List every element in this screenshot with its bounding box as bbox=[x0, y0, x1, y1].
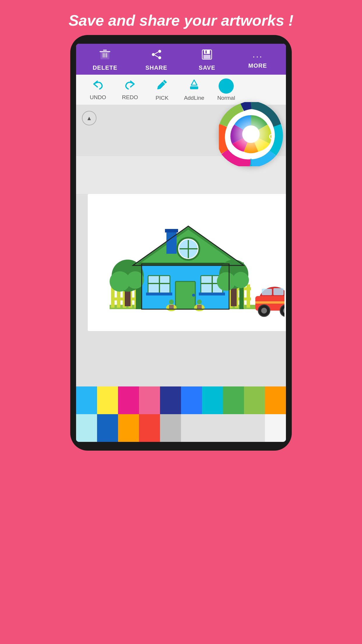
phone-screen: DELETE SHARE bbox=[76, 44, 286, 442]
save-icon bbox=[201, 49, 212, 63]
color-blue[interactable] bbox=[181, 386, 202, 414]
palette-row-1 bbox=[76, 386, 286, 414]
addline-button[interactable]: AddLine bbox=[178, 78, 210, 101]
drawing-canvas[interactable] bbox=[88, 194, 286, 331]
color-wheel-svg bbox=[219, 102, 283, 166]
page-title: Save and share your artworks ! bbox=[0, 0, 362, 35]
tools-bar: UNDO REDO bbox=[76, 75, 286, 105]
bottom-spacing bbox=[76, 337, 286, 386]
drawing-area bbox=[76, 194, 286, 337]
share-button[interactable]: SHARE bbox=[145, 49, 168, 71]
svg-rect-46 bbox=[166, 230, 177, 254]
svg-rect-62 bbox=[159, 276, 160, 293]
svg-rect-47 bbox=[165, 229, 178, 232]
pick-button[interactable]: PICK bbox=[146, 78, 178, 101]
more-icon: ··· bbox=[252, 51, 263, 62]
redo-icon bbox=[124, 79, 136, 93]
svg-line-10 bbox=[155, 55, 158, 57]
addline-label: AddLine bbox=[184, 95, 204, 101]
svg-point-58 bbox=[169, 300, 174, 304]
color-orange[interactable] bbox=[265, 386, 286, 414]
svg-rect-14 bbox=[205, 50, 207, 53]
svg-point-7 bbox=[152, 53, 155, 56]
save-button[interactable]: SAVE bbox=[195, 49, 219, 71]
svg-rect-13 bbox=[203, 55, 210, 59]
svg-point-80 bbox=[261, 308, 267, 314]
delete-label: DELETE bbox=[93, 64, 117, 71]
color-navy[interactable] bbox=[160, 386, 181, 414]
color-light-blue[interactable] bbox=[76, 414, 97, 442]
color-green[interactable] bbox=[223, 386, 244, 414]
svg-point-19 bbox=[232, 115, 270, 153]
svg-rect-78 bbox=[273, 288, 284, 295]
svg-point-8 bbox=[158, 56, 161, 59]
svg-rect-83 bbox=[255, 301, 284, 304]
svg-rect-12 bbox=[204, 50, 210, 54]
color-grey[interactable] bbox=[160, 414, 181, 442]
svg-point-59 bbox=[197, 300, 202, 304]
svg-rect-56 bbox=[169, 305, 174, 309]
color-yellow[interactable] bbox=[97, 386, 118, 414]
svg-rect-57 bbox=[197, 305, 202, 309]
color-circle bbox=[219, 78, 234, 94]
top-canvas-area: ▲ bbox=[76, 105, 286, 156]
color-magenta[interactable] bbox=[118, 386, 139, 414]
more-label: MORE bbox=[248, 62, 267, 69]
color-wheel-bg bbox=[219, 102, 283, 166]
delete-button[interactable]: DELETE bbox=[93, 49, 117, 71]
pick-icon bbox=[156, 78, 168, 94]
svg-rect-63 bbox=[146, 293, 172, 295]
color-empty1 bbox=[181, 414, 202, 442]
svg-rect-77 bbox=[262, 289, 272, 295]
share-icon bbox=[151, 49, 162, 63]
svg-rect-66 bbox=[212, 276, 213, 293]
color-empty4 bbox=[244, 414, 265, 442]
svg-point-6 bbox=[158, 50, 161, 53]
more-button[interactable]: ··· MORE bbox=[246, 51, 269, 69]
svg-rect-16 bbox=[190, 86, 198, 89]
color-red[interactable] bbox=[139, 414, 160, 442]
undo-button[interactable]: UNDO bbox=[82, 79, 114, 101]
svg-point-74 bbox=[217, 272, 236, 291]
pick-label: PICK bbox=[156, 95, 168, 101]
svg-point-75 bbox=[233, 272, 249, 288]
save-label: SAVE bbox=[199, 64, 215, 71]
color-teal[interactable] bbox=[202, 386, 223, 414]
collapse-button[interactable]: ▲ bbox=[82, 111, 96, 125]
color-pink[interactable] bbox=[139, 386, 160, 414]
color-empty2 bbox=[202, 414, 223, 442]
color-empty5 bbox=[265, 414, 286, 442]
toolbar: DELETE SHARE bbox=[76, 44, 286, 75]
undo-label: UNDO bbox=[90, 94, 106, 101]
normal-button[interactable]: Normal bbox=[210, 78, 242, 101]
undo-icon bbox=[92, 79, 104, 93]
svg-rect-67 bbox=[199, 293, 225, 295]
share-label: SHARE bbox=[145, 64, 167, 71]
color-palette bbox=[76, 386, 286, 442]
addline-icon bbox=[188, 78, 201, 94]
collapse-arrow-icon: ▲ bbox=[86, 115, 92, 122]
color-cyan[interactable] bbox=[76, 386, 97, 414]
color-wheel-container[interactable] bbox=[219, 102, 283, 166]
redo-button[interactable]: REDO bbox=[114, 79, 146, 101]
svg-line-9 bbox=[155, 52, 158, 54]
redo-label: REDO bbox=[122, 94, 138, 101]
phone-frame: DELETE SHARE bbox=[70, 35, 292, 451]
delete-icon bbox=[99, 49, 110, 63]
palette-row-2 bbox=[76, 414, 286, 442]
svg-point-53 bbox=[192, 294, 195, 297]
color-lime[interactable] bbox=[244, 386, 265, 414]
color-empty3 bbox=[223, 414, 244, 442]
house-illustration bbox=[92, 197, 284, 328]
color-amber[interactable] bbox=[118, 414, 139, 442]
normal-label: Normal bbox=[217, 95, 235, 101]
color-dark-blue[interactable] bbox=[97, 414, 118, 442]
